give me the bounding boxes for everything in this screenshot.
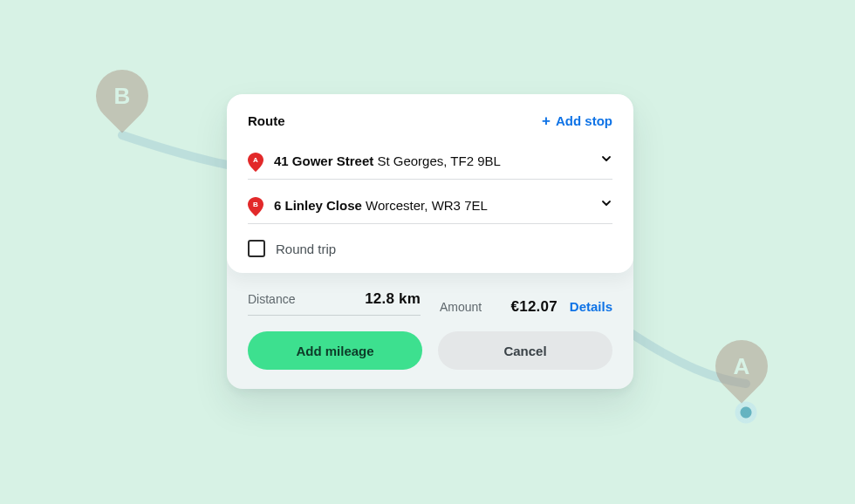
- route-card: Route + Add stop A 41 Gower Street St Ge…: [227, 94, 633, 273]
- distance-value: 12.8 km: [365, 290, 421, 308]
- chevron-down-icon: [600, 197, 612, 213]
- add-stop-label: Add stop: [556, 113, 612, 128]
- stop-address: 41 Gower Street St Georges, TF2 9BL: [274, 153, 590, 168]
- svg-text:A: A: [253, 156, 258, 164]
- stop-street: 41 Gower Street: [274, 153, 373, 168]
- amount-value: €12.07: [511, 298, 557, 316]
- map-pin-b-background: B: [96, 70, 148, 136]
- pin-a-icon: A: [248, 153, 263, 168]
- plus-icon: +: [542, 113, 551, 128]
- mileage-panel: Route + Add stop A 41 Gower Street St Ge…: [227, 94, 633, 389]
- stop-street: 6 Linley Close: [274, 198, 362, 213]
- cancel-button[interactable]: Cancel: [438, 331, 612, 370]
- map-pin-a-label: A: [733, 353, 749, 380]
- map-pin-a-background: A: [715, 340, 768, 406]
- add-stop-button[interactable]: + Add stop: [542, 113, 612, 128]
- map-pin-b-label: B: [113, 83, 130, 110]
- stop-address: 6 Linley Close Worcester, WR3 7EL: [274, 198, 590, 213]
- details-link[interactable]: Details: [570, 299, 612, 314]
- round-trip-toggle[interactable]: Round trip: [248, 240, 612, 257]
- actions-row: Add mileage Cancel: [227, 331, 633, 370]
- card-title: Route: [248, 113, 285, 128]
- pin-b-icon: B: [248, 197, 263, 213]
- svg-text:B: B: [253, 201, 258, 208]
- round-trip-checkbox[interactable]: [248, 240, 265, 257]
- distance-label: Distance: [248, 292, 295, 306]
- stop-row[interactable]: B 6 Linley Close Worcester, WR3 7EL: [248, 188, 612, 224]
- route-card-header: Route + Add stop: [248, 113, 612, 128]
- stop-rest: Worcester, WR3 7EL: [366, 198, 488, 213]
- add-mileage-button[interactable]: Add mileage: [248, 331, 422, 370]
- amount-label: Amount: [440, 300, 482, 314]
- chevron-down-icon: [600, 153, 612, 168]
- stop-rest: St Georges, TF2 9BL: [377, 153, 500, 168]
- totals-row: Distance 12.8 km Amount €12.07 Details: [227, 273, 633, 331]
- distance-field: Distance 12.8 km: [248, 290, 421, 316]
- round-trip-label: Round trip: [276, 242, 336, 256]
- stop-row[interactable]: A 41 Gower Street St Georges, TF2 9BL: [248, 144, 612, 180]
- amount-field: Amount €12.07 Details: [440, 298, 612, 316]
